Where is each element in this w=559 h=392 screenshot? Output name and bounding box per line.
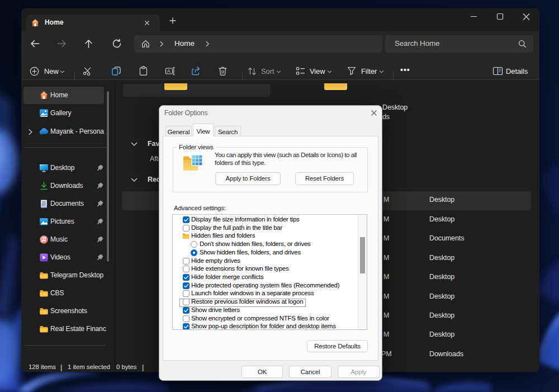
svg-text:A: A (167, 68, 170, 74)
